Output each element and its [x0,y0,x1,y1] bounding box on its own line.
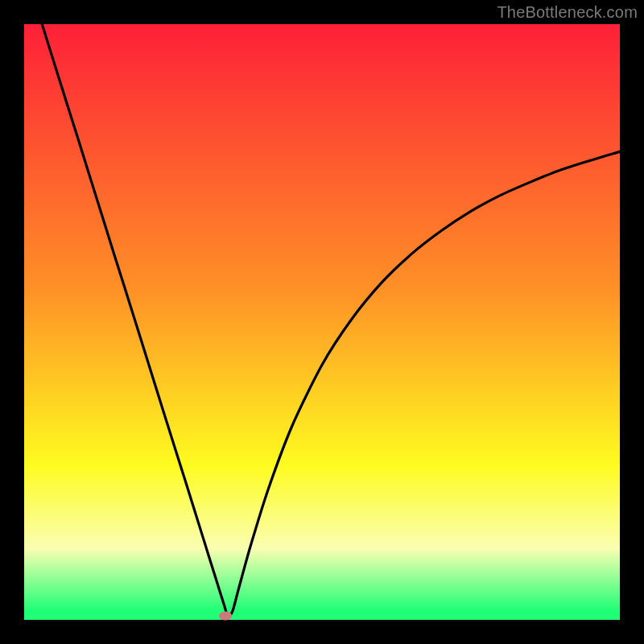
bottleneck-curve [24,24,620,620]
optimal-point-marker [219,611,232,620]
watermark-text: TheBottleneck.com [497,3,638,22]
